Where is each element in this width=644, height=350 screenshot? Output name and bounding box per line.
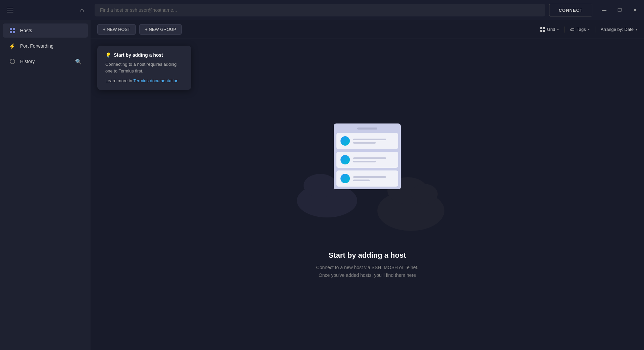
server-dot-1 <box>340 136 350 146</box>
maximize-button[interactable]: ❐ <box>612 4 627 16</box>
port-forwarding-icon: ⚡ <box>9 42 16 50</box>
hosts-icon <box>9 27 16 34</box>
grid-icon <box>540 27 545 32</box>
tip-card-link: Learn more in Termius documentation <box>105 78 183 83</box>
new-group-button[interactable]: + NEW GROUP <box>139 24 182 35</box>
server-line <box>353 157 386 159</box>
tags-toggle[interactable]: 🏷 Tags ▾ <box>570 27 589 32</box>
server-rack <box>334 123 401 189</box>
server-line <box>353 180 370 181</box>
sidebar-label-port-forwarding: Port Forwarding <box>20 43 54 49</box>
content-body: 💡 Start by adding a host Connecting to a… <box>91 39 644 350</box>
close-button[interactable]: ✕ <box>627 4 643 16</box>
server-lines-1 <box>353 139 394 144</box>
main-layout: Hosts ⚡ Port Forwarding History 🔍 + NEW … <box>0 20 644 350</box>
server-unit-2 <box>336 152 398 168</box>
arrange-label: Arrange by: Date <box>601 27 634 32</box>
grid-chevron-icon: ▾ <box>557 28 559 31</box>
toolbar-right: Grid ▾ 🏷 Tags ▾ Arrange by: Date ▾ <box>540 27 637 33</box>
grid-view-toggle[interactable]: Grid ▾ <box>540 27 559 32</box>
empty-state-title: Start by adding a host <box>328 251 406 260</box>
tip-card-title: 💡 Start by adding a host <box>105 52 183 58</box>
server-line <box>353 139 386 140</box>
server-line <box>353 176 386 178</box>
server-lines-3 <box>353 176 394 181</box>
tags-label: Tags <box>577 27 586 32</box>
tag-icon: 🏷 <box>570 27 575 32</box>
server-dot-3 <box>340 174 350 183</box>
menu-button[interactable] <box>7 8 13 12</box>
sidebar-label-history: History <box>20 59 35 64</box>
tip-card: 💡 Start by adding a host Connecting to a… <box>97 46 191 90</box>
empty-state-subtitle: Connect to a new host via SSH, MOSH or T… <box>316 264 419 279</box>
search-input[interactable] <box>100 7 540 13</box>
home-button[interactable]: ⌂ <box>80 7 84 14</box>
titlebar-left: ⌂ <box>0 0 91 20</box>
connect-button[interactable]: CONNECT <box>549 4 592 16</box>
tags-chevron-icon: ▾ <box>588 28 590 31</box>
minimize-button[interactable]: — <box>596 4 612 16</box>
arrange-chevron-icon: ▾ <box>636 28 637 31</box>
tip-card-body: Connecting to a host requires adding one… <box>105 61 183 74</box>
sidebar-label-hosts: Hosts <box>20 28 32 33</box>
search-bar[interactable] <box>95 4 545 16</box>
toolbar-divider <box>564 27 565 33</box>
server-line <box>353 142 376 144</box>
content-area: + NEW HOST + NEW GROUP Grid ▾ 🏷 Tags ▾ <box>91 20 644 350</box>
window-controls: — ❐ ✕ <box>596 4 643 16</box>
rack-handle <box>357 128 377 130</box>
tip-icon: 💡 <box>105 52 111 58</box>
server-rack-graphic <box>317 123 418 238</box>
arrange-toggle[interactable]: Arrange by: Date ▾ <box>601 27 637 32</box>
empty-subtitle-line1: Connect to a new host via SSH, MOSH or T… <box>316 265 419 270</box>
server-dot-2 <box>340 155 350 164</box>
sidebar-item-history[interactable]: History 🔍 <box>3 54 88 68</box>
sidebar: Hosts ⚡ Port Forwarding History 🔍 <box>0 20 91 350</box>
server-unit-1 <box>336 133 398 149</box>
toolbar-divider-2 <box>595 27 595 33</box>
tip-doc-link[interactable]: Termius documentation <box>133 78 178 83</box>
sidebar-item-port-forwarding[interactable]: ⚡ Port Forwarding <box>3 39 88 53</box>
server-line <box>353 161 376 162</box>
history-icon <box>9 58 16 65</box>
server-lines-2 <box>353 157 394 162</box>
history-search-icon[interactable]: 🔍 <box>75 58 82 65</box>
empty-subtitle-line2: Once you've added hosts, you'll find the… <box>319 272 416 278</box>
titlebar: ⌂ CONNECT — ❐ ✕ <box>0 0 644 20</box>
tip-link-prefix: Learn more in <box>105 78 133 83</box>
server-unit-3 <box>336 170 398 187</box>
empty-state-illustration: Start by adding a host Connect to a new … <box>316 59 419 343</box>
new-host-button[interactable]: + NEW HOST <box>97 24 136 35</box>
tip-title-text: Start by adding a host <box>114 52 163 58</box>
sidebar-item-hosts[interactable]: Hosts <box>3 23 88 38</box>
content-toolbar: + NEW HOST + NEW GROUP Grid ▾ 🏷 Tags ▾ <box>91 20 644 39</box>
grid-label: Grid <box>547 27 555 32</box>
cloud-right <box>377 191 444 231</box>
